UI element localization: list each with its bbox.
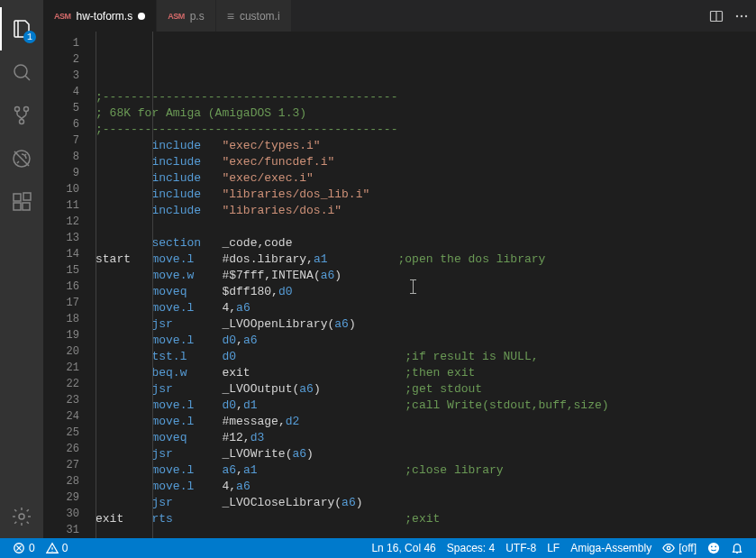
- line-number: 10: [43, 181, 96, 197]
- code-line[interactable]: [96, 527, 756, 538]
- status-errors[interactable]: 0: [7, 538, 41, 558]
- asm-lang-icon: ASM: [168, 12, 185, 21]
- code-line[interactable]: move.l 4,a6: [96, 300, 756, 316]
- code-line[interactable]: jsr _LVOWrite(a6): [96, 446, 756, 462]
- svg-point-12: [741, 14, 742, 16]
- status-indent[interactable]: Spaces: 4: [442, 538, 500, 558]
- status-warnings[interactable]: 0: [41, 538, 74, 558]
- code-line[interactable]: include "exec/exec.i": [96, 170, 756, 187]
- line-number: 5: [43, 100, 96, 116]
- source-control-icon[interactable]: [0, 94, 43, 137]
- code-line[interactable]: move.l 4,a6: [96, 479, 756, 495]
- line-number: 4: [43, 84, 96, 100]
- tab-hw-toform-s[interactable]: ASMhw-toform.s: [43, 0, 157, 32]
- code-line[interactable]: move.l #message,d2: [96, 414, 756, 430]
- code-line[interactable]: ;---------------------------------------…: [96, 122, 756, 138]
- code-line[interactable]: ;---------------------------------------…: [96, 89, 756, 105]
- code-line[interactable]: jsr _LVOOpenLibrary(a6): [96, 316, 756, 333]
- line-number: 7: [43, 133, 96, 149]
- line-number: 13: [43, 230, 96, 246]
- code-line[interactable]: include "libraries/dos.i": [96, 203, 756, 219]
- svg-point-15: [667, 546, 670, 550]
- line-number: 17: [43, 295, 96, 311]
- svg-point-13: [745, 14, 747, 16]
- svg-rect-6: [14, 203, 21, 210]
- status-ln-col[interactable]: Ln 16, Col 46: [366, 538, 441, 558]
- settings-gear-icon[interactable]: [0, 495, 43, 538]
- dirty-indicator-icon: [138, 13, 145, 20]
- file-lines-icon: ≡: [227, 9, 234, 23]
- line-number: 11: [43, 197, 96, 214]
- code-line[interactable]: start move.l #dos.library,a1 ;open the d…: [96, 252, 756, 268]
- status-errors-count: 0: [29, 542, 35, 554]
- status-eol[interactable]: LF: [542, 538, 565, 558]
- code-content[interactable]: ;---------------------------------------…: [96, 32, 756, 538]
- status-bell-icon[interactable]: [725, 538, 749, 558]
- line-number: 14: [43, 246, 96, 262]
- tab-custom-i[interactable]: ≡custom.i: [216, 0, 292, 32]
- line-number: 15: [43, 262, 96, 279]
- code-line[interactable]: move.w #$7fff,INTENA(a6): [96, 268, 756, 284]
- code-line[interactable]: moveq $dff180,d0: [96, 284, 756, 300]
- text-cursor-icon: [413, 279, 414, 294]
- tab-actions: [702, 0, 756, 32]
- code-line[interactable]: jsr _LVOOutput(a6) ;get stdout: [96, 381, 756, 398]
- status-preview[interactable]: [off]: [657, 538, 702, 558]
- line-number: 25: [43, 425, 96, 441]
- line-number: 30: [43, 506, 96, 522]
- line-number: 8: [43, 149, 96, 165]
- code-line[interactable]: move.l d0,a6: [96, 333, 756, 349]
- code-line[interactable]: beq.w exit ;then exit: [96, 365, 756, 381]
- extensions-icon[interactable]: [0, 180, 43, 224]
- svg-rect-5: [14, 194, 21, 201]
- svg-point-11: [736, 14, 738, 16]
- status-bar: 0 0 Ln 16, Col 46 Spaces: 4 UTF-8 LF Ami…: [0, 538, 756, 558]
- line-number: 1: [43, 35, 96, 51]
- code-line[interactable]: move.l d0,d1 ;call Write(stdout,buff,siz…: [96, 398, 756, 414]
- line-number: 6: [43, 116, 96, 133]
- line-number: 23: [43, 392, 96, 408]
- tab-label: custom.i: [240, 10, 280, 23]
- tab-p-s[interactable]: ASMp.s: [157, 0, 216, 32]
- status-encoding[interactable]: UTF-8: [500, 538, 542, 558]
- code-line[interactable]: jsr _LVOCloseLibrary(a6): [96, 495, 756, 511]
- tab-label: p.s: [190, 10, 205, 23]
- svg-rect-8: [23, 193, 31, 200]
- svg-point-0: [14, 65, 27, 78]
- line-number: 31: [43, 522, 96, 538]
- line-number: 18: [43, 311, 96, 327]
- code-line[interactable]: tst.l d0 ;if result is NULL,: [96, 349, 756, 365]
- code-editor[interactable]: 1234567891011121314151617181920212223242…: [43, 32, 756, 538]
- line-number: 2: [43, 51, 96, 68]
- explorer-icon[interactable]: 1: [0, 7, 43, 50]
- code-line[interactable]: ; 68K for Amiga (AmigaDOS 1.3): [96, 105, 756, 122]
- code-line[interactable]: include "exec/types.i": [96, 138, 756, 154]
- code-line[interactable]: include "exec/funcdef.i": [96, 154, 756, 170]
- code-line[interactable]: include "libraries/dos_lib.i": [96, 187, 756, 203]
- line-number: 16: [43, 279, 96, 295]
- editor-tabs: ASMhw-toform.sASMp.s≡custom.i: [43, 0, 756, 32]
- code-line[interactable]: [96, 219, 756, 235]
- code-line[interactable]: exit rts ;exit: [96, 511, 756, 527]
- line-number: 21: [43, 360, 96, 376]
- line-number: 19: [43, 327, 96, 343]
- code-line[interactable]: move.l a6,a1 ;close library: [96, 462, 756, 479]
- line-number: 12: [43, 214, 96, 230]
- line-number: 22: [43, 376, 96, 392]
- tab-label: hw-toform.s: [77, 10, 133, 23]
- split-editor-icon[interactable]: [709, 9, 724, 23]
- debug-icon[interactable]: [0, 137, 43, 180]
- line-number: 26: [43, 441, 96, 457]
- activity-bar: 1: [0, 0, 43, 538]
- code-line[interactable]: moveq #12,d3: [96, 430, 756, 446]
- svg-point-1: [15, 107, 20, 112]
- status-language[interactable]: Amiga-Assembly: [565, 538, 657, 558]
- search-icon[interactable]: [0, 50, 43, 94]
- code-line[interactable]: section _code,code: [96, 235, 756, 252]
- svg-rect-7: [23, 203, 30, 210]
- more-actions-icon[interactable]: [734, 9, 749, 23]
- line-number-gutter: 1234567891011121314151617181920212223242…: [43, 32, 96, 538]
- status-feedback-icon[interactable]: [702, 538, 725, 558]
- line-number: 28: [43, 473, 96, 489]
- svg-point-2: [24, 107, 29, 112]
